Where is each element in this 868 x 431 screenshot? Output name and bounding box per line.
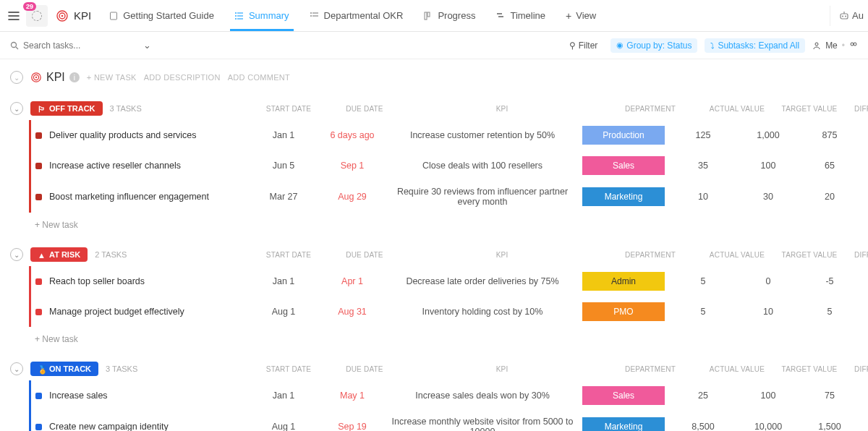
due-date[interactable]: Sep 19 (316, 422, 388, 431)
difference-value[interactable]: 1,500 (801, 422, 859, 431)
hamburger-menu-button[interactable] (4, 7, 23, 25)
add-comment-button[interactable]: ADD COMMENT (228, 73, 290, 82)
task-row[interactable]: Increase active reseller channels Jun 5 … (31, 150, 868, 181)
start-date[interactable]: Mar 27 (251, 192, 316, 202)
actual-value[interactable]: 25 (671, 391, 736, 401)
actual-value[interactable]: 8,500 (671, 422, 736, 431)
collapse-all-button[interactable]: ⌄ (10, 71, 23, 84)
target-value[interactable]: 10,000 (736, 422, 801, 431)
actual-value[interactable]: 5 (671, 307, 736, 317)
task-row[interactable]: Increase sales Jan 1 May 1 Increase sale… (31, 380, 868, 411)
difference-value[interactable]: 5 (801, 307, 859, 317)
column-header[interactable]: DIFFERENCE (849, 251, 868, 259)
task-name[interactable]: Reach top seller boards (31, 276, 251, 286)
column-header[interactable]: START DATE (256, 365, 321, 373)
difference-value[interactable]: 875 (801, 130, 859, 140)
department-cell[interactable]: Marketing (576, 417, 671, 431)
difference-value[interactable]: 65 (801, 161, 859, 171)
start-date[interactable]: Jan 1 (251, 391, 316, 401)
task-row[interactable]: Reach top seller boards Jan 1 Apr 1 Decr… (31, 266, 868, 296)
column-header[interactable]: ACTUAL VALUE (705, 105, 770, 113)
column-header[interactable]: DUE DATE (328, 365, 401, 373)
tab-getting-started[interactable]: Getting Started Guide (98, 0, 224, 31)
status-pill[interactable]: 🏳 OFF TRACK (30, 101, 103, 116)
kpi-text[interactable]: Require 30 reviews from influencer partn… (388, 187, 576, 207)
column-header[interactable]: DUE DATE (328, 251, 401, 259)
new-task-button[interactable]: + New task (10, 213, 868, 237)
target-value[interactable]: 0 (736, 276, 801, 286)
column-header[interactable]: START DATE (256, 251, 321, 259)
status-pill[interactable]: 🏅 ON TRACK (30, 362, 98, 376)
kpi-text[interactable]: Inventory holding cost by 10% (388, 307, 576, 317)
column-header[interactable]: ACTUAL VALUE (705, 365, 770, 373)
start-date[interactable]: Jun 5 (251, 161, 316, 171)
target-value[interactable]: 1,000 (736, 130, 801, 140)
task-row[interactable]: Deliver quality products and services Ja… (31, 120, 868, 150)
column-header[interactable]: DEPARTMENT (603, 251, 697, 259)
group-by-button[interactable]: ◉Group by: Status (610, 38, 697, 53)
column-header[interactable]: START DATE (256, 105, 321, 113)
people-icon[interactable] (849, 41, 858, 50)
task-row[interactable]: Boost marketing influencer engagement Ma… (31, 181, 868, 213)
difference-value[interactable]: 20 (801, 192, 859, 202)
tab-timeline[interactable]: Timeline (485, 0, 556, 31)
group-toggle[interactable]: ⌄ (10, 362, 23, 375)
me-filter[interactable]: Me • (812, 40, 858, 51)
kpi-text[interactable]: Increase monthly website visitor from 50… (388, 417, 576, 431)
difference-value[interactable]: -5 (801, 276, 859, 286)
task-name[interactable]: Boost marketing influencer engagement (31, 192, 251, 202)
target-value[interactable]: 10 (736, 307, 801, 317)
actual-value[interactable]: 5 (671, 276, 736, 286)
kpi-text[interactable]: Close deals with 100 resellers (388, 161, 576, 171)
due-date[interactable]: Apr 1 (316, 276, 388, 286)
new-task-button[interactable]: + New task (10, 327, 868, 351)
tab-summary[interactable]: Summary (224, 0, 299, 31)
chevron-down-icon[interactable]: ⌄ (143, 40, 151, 51)
department-cell[interactable]: Production (576, 126, 671, 145)
group-toggle[interactable]: ⌄ (10, 102, 23, 115)
column-header[interactable]: TARGET VALUE (777, 105, 842, 113)
notifications-button[interactable]: 29 (26, 5, 48, 27)
column-header[interactable]: DIFFERENCE (849, 105, 868, 113)
column-header[interactable]: KPI (408, 105, 596, 113)
due-date[interactable]: Aug 29 (316, 192, 388, 202)
actual-value[interactable]: 35 (671, 161, 736, 171)
column-header[interactable]: KPI (408, 365, 596, 373)
column-header[interactable]: ACTUAL VALUE (705, 251, 770, 259)
add-description-button[interactable]: ADD DESCRIPTION (144, 73, 221, 82)
target-value[interactable]: 100 (736, 161, 801, 171)
tab-progress[interactable]: Progress (413, 0, 485, 31)
department-cell[interactable]: Admin (576, 272, 671, 291)
due-date[interactable]: May 1 (316, 391, 388, 401)
start-date[interactable]: Aug 1 (251, 422, 316, 431)
target-value[interactable]: 30 (736, 192, 801, 202)
task-name[interactable]: Increase sales (31, 391, 251, 401)
new-task-button-header[interactable]: + NEW TASK (87, 73, 137, 82)
info-icon[interactable]: i (69, 72, 80, 82)
actual-value[interactable]: 10 (671, 192, 736, 202)
subtasks-button[interactable]: ⤵Subtasks: Expand All (705, 38, 805, 53)
due-date[interactable]: Aug 31 (316, 307, 388, 317)
task-name[interactable]: Deliver quality products and services (31, 130, 251, 140)
tab-departmental-okr[interactable]: Departmental OKR (299, 0, 414, 31)
automation-button[interactable]: Au (830, 6, 864, 26)
start-date[interactable]: Jan 1 (251, 276, 316, 286)
due-date[interactable]: 6 days ago (316, 130, 388, 140)
group-toggle[interactable]: ⌄ (10, 248, 23, 261)
filter-button[interactable]: ⚲Filter (563, 38, 604, 53)
tab-add-view[interactable]: +View (556, 0, 606, 31)
search-input[interactable] (23, 40, 117, 51)
difference-value[interactable]: 75 (801, 391, 859, 401)
start-date[interactable]: Aug 1 (251, 307, 316, 317)
task-row[interactable]: Create new campaign identity Aug 1 Sep 1… (31, 411, 868, 431)
column-header[interactable]: TARGET VALUE (777, 365, 842, 373)
column-header[interactable]: KPI (408, 251, 596, 259)
start-date[interactable]: Jan 1 (251, 130, 316, 140)
task-row[interactable]: Manage project budget effectively Aug 1 … (31, 296, 868, 327)
kpi-text[interactable]: Increase customer retention by 50% (388, 130, 576, 140)
task-name[interactable]: Increase active reseller channels (31, 161, 251, 171)
department-cell[interactable]: PMO (576, 302, 671, 321)
actual-value[interactable]: 125 (671, 130, 736, 140)
department-cell[interactable]: Marketing (576, 187, 671, 206)
department-cell[interactable]: Sales (576, 156, 671, 175)
